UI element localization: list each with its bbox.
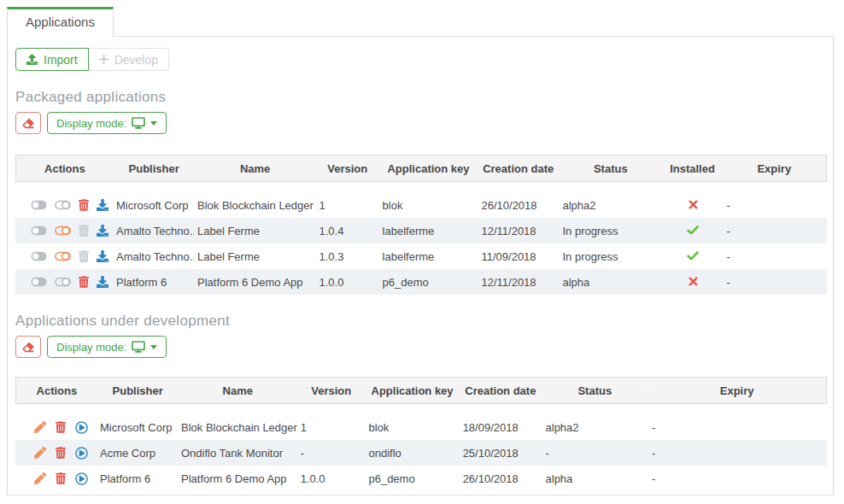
cell-installed xyxy=(663,276,723,289)
cell-creation-date: 12/11/2018 xyxy=(478,225,559,237)
toggle-off-icon[interactable] xyxy=(31,200,47,210)
column-header-creation-date[interactable]: Creation date xyxy=(460,384,542,397)
column-header-name[interactable]: Name xyxy=(195,162,316,175)
table-row: Platform 6Platform 6 Demo App1.0.0p6_dem… xyxy=(15,466,827,491)
column-header-expiry[interactable]: Expiry xyxy=(723,162,826,175)
packaged-controls: Display mode: xyxy=(15,112,825,134)
cell-installed xyxy=(663,250,723,263)
column-header-application-key[interactable]: Application key xyxy=(366,384,460,397)
pencil-icon[interactable] xyxy=(34,447,46,459)
cell-version: 1.0.0 xyxy=(316,276,379,289)
packaged-applications-table: ActionsPublisherNameVersionApplication k… xyxy=(15,155,827,295)
import-button-label: Import xyxy=(44,53,78,67)
cell-name: Ondiflo Tank Monitor xyxy=(178,447,297,460)
toggle-off-icon[interactable] xyxy=(31,277,47,287)
tab-applications[interactable]: Applications xyxy=(7,7,114,37)
cell-expiry: - xyxy=(648,472,827,485)
table-row: Microsoft CorpBlok Blockchain Ledger1blo… xyxy=(15,414,827,440)
cell-status: alpha2 xyxy=(559,199,663,212)
check-icon xyxy=(687,225,699,237)
cell-publisher: Amalto Techno... xyxy=(113,250,194,263)
display-mode-button[interactable]: Display mode: xyxy=(47,336,167,358)
eraser-icon xyxy=(22,118,34,129)
cell-expiry: - xyxy=(723,199,827,212)
cell-publisher: Acme Corp xyxy=(97,447,178,460)
toggle-on-icon[interactable] xyxy=(55,277,71,287)
table-header-row: ActionsPublisherNameVersionApplication k… xyxy=(15,155,827,182)
column-header-installed[interactable]: Installed xyxy=(662,162,722,175)
desktop-icon xyxy=(132,117,145,129)
x-mark-icon xyxy=(689,276,698,289)
caret-down-icon xyxy=(150,121,157,126)
column-header-application-key[interactable]: Application key xyxy=(379,162,478,175)
cell-publisher: Platform 6 xyxy=(97,472,178,485)
cell-publisher: Amalto Techno... xyxy=(113,225,194,237)
play-circle-icon[interactable] xyxy=(75,447,88,460)
toggle-off-icon[interactable] xyxy=(31,251,47,261)
cell-expiry: - xyxy=(648,447,827,460)
toggle-on-icon[interactable] xyxy=(55,226,71,236)
cell-creation-date: 25/10/2018 xyxy=(460,447,542,460)
cell-expiry: - xyxy=(723,276,827,289)
cell-installed xyxy=(663,225,723,237)
cell-status: In progress xyxy=(559,225,663,237)
table-row: Acme CorpOndiflo Tank Monitor-ondiflo25/… xyxy=(15,440,827,466)
column-header-status[interactable]: Status xyxy=(559,162,662,175)
column-header-version[interactable]: Version xyxy=(316,162,379,175)
column-header-expiry[interactable]: Expiry xyxy=(648,384,826,397)
cell-status: - xyxy=(542,447,648,460)
column-header-actions[interactable]: Actions xyxy=(16,384,97,397)
trash-icon[interactable] xyxy=(56,421,66,433)
play-circle-icon[interactable] xyxy=(75,421,88,434)
toggle-off-icon[interactable] xyxy=(31,226,47,236)
upload-icon xyxy=(26,54,38,65)
table-row: Amalto Techno...Label Ferme1.0.3labelfer… xyxy=(15,243,827,269)
toggle-on-icon[interactable] xyxy=(55,200,71,210)
row-actions-cell xyxy=(15,250,113,262)
display-mode-label: Display mode: xyxy=(56,341,126,354)
toggle-on-icon[interactable] xyxy=(55,251,71,261)
download-icon[interactable] xyxy=(97,199,108,211)
column-header-creation-date[interactable]: Creation date xyxy=(478,162,559,175)
trash-icon[interactable] xyxy=(56,472,66,484)
development-applications-table: ActionsPublisherNameVersionApplication k… xyxy=(15,377,827,491)
cell-version: 1 xyxy=(316,199,379,212)
cell-creation-date: 11/09/2018 xyxy=(478,250,559,263)
develop-button[interactable]: Develop xyxy=(89,48,169,71)
table-row: Microsoft CorpBlok Blockchain Ledger1blo… xyxy=(15,192,827,218)
column-header-publisher[interactable]: Publisher xyxy=(114,162,195,175)
cell-name: Label Ferme xyxy=(194,225,316,237)
cell-publisher: Microsoft Corp xyxy=(113,199,194,212)
download-icon[interactable] xyxy=(97,250,108,262)
column-header-name[interactable]: Name xyxy=(179,384,297,397)
cell-name: Label Ferme xyxy=(194,250,316,263)
cell-version: 1.0.4 xyxy=(316,225,379,237)
column-header-publisher[interactable]: Publisher xyxy=(97,384,179,397)
display-mode-button[interactable]: Display mode: xyxy=(47,112,167,134)
import-button[interactable]: Import xyxy=(15,48,89,71)
pencil-icon[interactable] xyxy=(34,421,46,433)
packaged-applications-title: Packaged applications xyxy=(15,89,825,106)
table-row: Amalto Techno...Label Ferme1.0.4labelfer… xyxy=(15,218,827,243)
download-icon[interactable] xyxy=(97,276,108,288)
clear-filters-button[interactable] xyxy=(15,336,41,358)
plus-icon xyxy=(99,55,108,64)
trash-icon[interactable] xyxy=(79,225,89,237)
clear-filters-button[interactable] xyxy=(15,112,41,134)
column-header-status[interactable]: Status xyxy=(542,384,648,397)
trash-icon[interactable] xyxy=(79,276,89,288)
pencil-icon[interactable] xyxy=(34,472,46,484)
trash-icon[interactable] xyxy=(79,199,89,211)
trash-icon[interactable] xyxy=(79,250,89,262)
cell-expiry: - xyxy=(723,225,827,237)
cell-name: Platform 6 Demo App xyxy=(178,472,297,485)
column-header-version[interactable]: Version xyxy=(297,384,366,397)
cell-expiry: - xyxy=(723,250,827,263)
download-icon[interactable] xyxy=(97,225,108,237)
cell-creation-date: 12/11/2018 xyxy=(478,276,559,289)
applications-panel: Import Develop Packaged applications Dis… xyxy=(7,36,834,495)
trash-icon[interactable] xyxy=(56,447,66,459)
applications-under-development-title: Applications under development xyxy=(15,313,825,330)
play-circle-icon[interactable] xyxy=(75,472,88,485)
column-header-actions[interactable]: Actions xyxy=(16,162,114,175)
